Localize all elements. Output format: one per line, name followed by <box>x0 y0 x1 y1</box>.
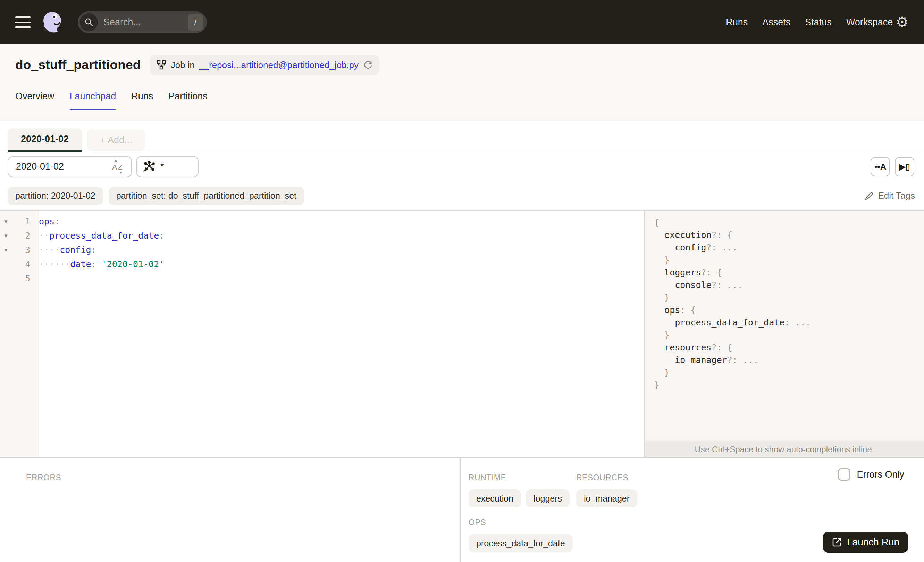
fold-arrow-icon[interactable]: ▾ <box>0 218 12 225</box>
code-token: : <box>91 259 96 269</box>
fold-arrow-icon[interactable]: ▾ <box>0 232 12 240</box>
line-number: 3 <box>12 245 35 255</box>
chip-loggers[interactable]: loggers <box>526 490 570 508</box>
chip-row: executionloggers <box>469 490 576 508</box>
config-group-ops: OPSprocess_data_for_date <box>469 518 576 552</box>
launchpad-controls: 2020-01-02 A Z * ••A▶▯ <box>0 152 924 181</box>
schema-token: ?: ... <box>712 280 743 290</box>
search-shortcut-badge: / <box>188 14 203 30</box>
errors-only-checkbox[interactable] <box>838 468 850 481</box>
tags-row: partition: 2020-01-02partition_set: do_s… <box>0 181 924 211</box>
schema-line: loggers?: { <box>654 266 924 279</box>
scaffold-config-icon[interactable]: ▶▯ <box>895 157 914 176</box>
fold-arrow-icon[interactable]: ▾ <box>0 246 12 254</box>
editor-line: 4······date: '2020-01-02' <box>0 257 644 271</box>
errors-only-label: Errors Only <box>856 469 904 480</box>
workflow-icon <box>156 60 166 70</box>
tab-runs[interactable]: Runs <box>131 91 153 110</box>
search-icon <box>80 13 98 31</box>
schema-line: } <box>654 329 924 341</box>
line-number: 1 <box>12 217 35 227</box>
chip-row: process_data_for_date <box>469 534 576 552</box>
schema-token: console <box>675 280 711 290</box>
dagster-logo[interactable] <box>40 9 66 35</box>
schema-token: { <box>654 218 659 227</box>
chip-execution[interactable]: execution <box>469 490 521 508</box>
schema-token <box>654 355 675 365</box>
launch-run-label: Launch Run <box>847 536 899 548</box>
reload-icon[interactable] <box>363 60 373 70</box>
add-config-tab-button[interactable]: + Add... <box>87 129 145 151</box>
external-link-icon <box>832 537 842 547</box>
config-parts-pane: RUNTIMEexecutionloggersRESOURCESio_manag… <box>461 458 924 562</box>
editor-line: 5 <box>0 271 644 286</box>
editor-line: ▾1ops: <box>0 214 644 228</box>
code-token: ops <box>39 216 54 227</box>
schema-token <box>654 267 664 278</box>
tab-overview[interactable]: Overview <box>15 91 54 110</box>
job-file-link[interactable]: __reposi...artitioned@partitioned_job.py <box>199 60 358 71</box>
gear-icon[interactable]: ⚙ <box>896 15 909 30</box>
nav-link-assets[interactable]: Assets <box>762 17 790 28</box>
nav-link-workspace[interactable]: Workspace <box>846 17 893 28</box>
code-token: : <box>159 231 164 241</box>
op-graph-icon <box>143 161 156 173</box>
code-text: ops: <box>35 216 60 227</box>
editor-toolbar: ••A▶▯ <box>870 157 914 176</box>
schema-token: ?: { <box>712 343 732 353</box>
nav-link-status[interactable]: Status <box>805 17 832 28</box>
edit-tags-button[interactable]: Edit Tags <box>864 190 915 201</box>
code-token: ···· <box>39 245 60 255</box>
chip-row: io_manager <box>576 490 924 508</box>
page-header: do_stuff_partitioned Job in __reposi...a… <box>0 45 924 121</box>
top-nav: RunsAssetsStatusWorkspace <box>726 17 893 28</box>
line-number: 5 <box>12 274 35 283</box>
search-placeholder: Search... <box>104 17 141 28</box>
tab-partitions[interactable]: Partitions <box>168 91 208 110</box>
schema-token: } <box>664 255 670 265</box>
search-input[interactable]: Search... / <box>78 12 207 33</box>
schema-token: ?: { <box>701 267 722 278</box>
schema-token: process_data_for_date <box>675 317 784 328</box>
chip-io_manager[interactable]: io_manager <box>576 490 637 508</box>
page-title: do_stuff_partitioned <box>15 58 141 72</box>
pencil-icon <box>864 191 874 201</box>
config-editor[interactable]: ▾1ops:▾2··process_data_for_date:▾3····co… <box>0 211 644 457</box>
schema-line: } <box>654 379 924 391</box>
errors-only-toggle[interactable]: Errors Only <box>838 468 904 481</box>
schema-token: ?: ... <box>706 242 738 252</box>
sort-az-icon[interactable]: A Z <box>111 159 126 174</box>
line-number: 4 <box>12 260 35 269</box>
config-schema: { execution?: { config?: ... } loggers?:… <box>645 211 924 441</box>
hamburger-menu-icon[interactable] <box>15 17 30 28</box>
code-token: '2020-01-02' <box>102 259 165 269</box>
svg-text:Z: Z <box>118 163 123 171</box>
schema-token: ?: ... <box>727 355 758 365</box>
schema-line: } <box>654 292 924 304</box>
tag-pills: partition: 2020-01-02partition_set: do_s… <box>8 187 310 205</box>
config-tab-partition[interactable]: 2020-01-02 <box>8 128 82 152</box>
show-whitespace-icon[interactable]: ••A <box>870 157 890 176</box>
group-label: RUNTIME <box>469 473 576 482</box>
config-schema-panel: { execution?: { config?: ... } loggers?:… <box>644 211 924 457</box>
schema-token: : { <box>680 305 696 315</box>
editor-line: ▾3····config: <box>0 243 644 257</box>
editor-line: ▾2··process_data_for_date: <box>0 228 644 243</box>
svg-text:A: A <box>112 163 117 171</box>
chip-process_data_for_date[interactable]: process_data_for_date <box>469 534 573 552</box>
errors-label: ERRORS <box>26 473 460 482</box>
schema-token: loggers <box>664 267 701 278</box>
code-token: ·· <box>39 231 49 241</box>
nav-link-runs[interactable]: Runs <box>726 17 748 28</box>
top-bar: Search... / RunsAssetsStatusWorkspace ⚙ <box>0 0 924 45</box>
launch-run-button[interactable]: Launch Run <box>823 532 908 553</box>
schema-token: ops <box>664 305 680 315</box>
schema-token <box>654 305 664 315</box>
op-selector-input[interactable]: * <box>136 156 198 177</box>
partition-input[interactable]: 2020-01-02 A Z <box>8 156 132 177</box>
errors-pane: ERRORS <box>0 458 461 562</box>
schema-token: execution <box>664 230 711 240</box>
schema-token: resources <box>664 343 711 353</box>
schema-line: execution?: { <box>654 229 924 241</box>
tab-launchpad[interactable]: Launchpad <box>70 91 116 110</box>
